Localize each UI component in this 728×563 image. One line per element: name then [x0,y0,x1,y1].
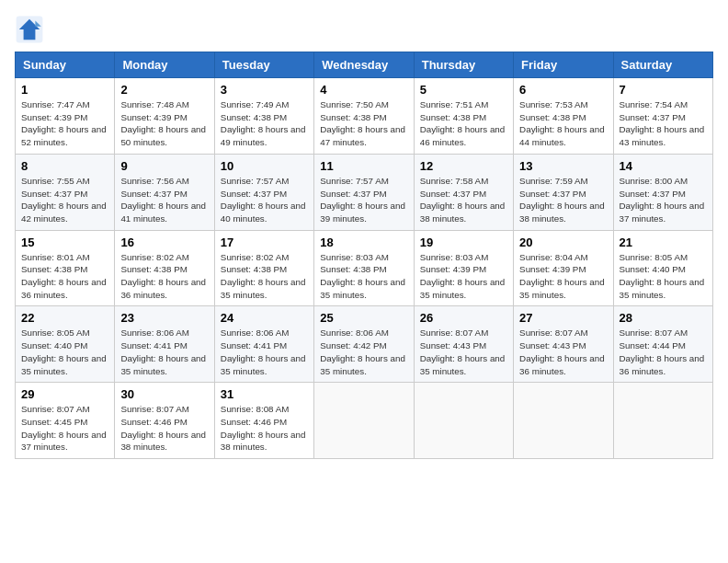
day-number: 17 [221,236,308,249]
day-cell: 16 Sunrise: 8:02 AM Sunset: 4:38 PM Dayl… [115,230,214,306]
day-cell: 24 Sunrise: 8:06 AM Sunset: 4:41 PM Dayl… [214,306,313,383]
day-info: Sunrise: 8:03 AM Sunset: 4:39 PM Dayligh… [420,251,507,302]
day-info: Sunrise: 8:07 AM Sunset: 4:43 PM Dayligh… [420,327,507,377]
day-number: 28 [620,311,707,325]
day-cell [613,383,712,459]
day-cell: 23 Sunrise: 8:06 AM Sunset: 4:41 PM Dayl… [115,306,214,383]
day-number: 8 [21,159,108,173]
day-info: Sunrise: 8:06 AM Sunset: 4:41 PM Dayligh… [221,327,308,377]
day-info: Sunrise: 7:59 AM Sunset: 4:37 PM Dayligh… [519,175,607,225]
day-info: Sunrise: 8:02 AM Sunset: 4:38 PM Dayligh… [221,251,308,302]
day-cell: 3 Sunrise: 7:49 AM Sunset: 4:38 PM Dayli… [214,78,313,155]
day-number: 15 [21,236,108,249]
day-cell: 31 Sunrise: 8:08 AM Sunset: 4:46 PM Dayl… [214,383,313,459]
day-cell: 11 Sunrise: 7:57 AM Sunset: 4:37 PM Dayl… [314,154,414,230]
day-number: 12 [420,159,507,173]
day-info: Sunrise: 8:03 AM Sunset: 4:38 PM Dayligh… [320,251,407,302]
day-cell [514,383,613,459]
header-sunday: Sunday [16,52,115,78]
day-info: Sunrise: 7:55 AM Sunset: 4:37 PM Dayligh… [21,175,108,225]
day-cell: 28 Sunrise: 8:07 AM Sunset: 4:44 PM Dayl… [613,306,712,383]
day-cell: 20 Sunrise: 8:04 AM Sunset: 4:39 PM Dayl… [514,230,613,306]
day-info: Sunrise: 8:07 AM Sunset: 4:44 PM Dayligh… [620,327,707,377]
header-friday: Friday [514,52,613,78]
day-info: Sunrise: 8:07 AM Sunset: 4:43 PM Dayligh… [519,327,607,377]
day-info: Sunrise: 7:53 AM Sunset: 4:38 PM Dayligh… [519,98,607,149]
day-info: Sunrise: 7:48 AM Sunset: 4:39 PM Dayligh… [120,98,208,149]
day-number: 29 [21,387,108,401]
day-info: Sunrise: 8:05 AM Sunset: 4:40 PM Dayligh… [21,327,108,377]
day-info: Sunrise: 8:06 AM Sunset: 4:41 PM Dayligh… [120,327,208,377]
day-cell: 25 Sunrise: 8:06 AM Sunset: 4:42 PM Dayl… [314,306,414,383]
day-number: 23 [120,311,208,325]
day-cell: 17 Sunrise: 8:02 AM Sunset: 4:38 PM Dayl… [214,230,313,306]
day-cell: 14 Sunrise: 8:00 AM Sunset: 4:37 PM Dayl… [613,154,712,230]
day-cell: 18 Sunrise: 8:03 AM Sunset: 4:38 PM Dayl… [314,230,414,306]
day-number: 19 [420,236,507,249]
day-cell: 10 Sunrise: 7:57 AM Sunset: 4:37 PM Dayl… [214,154,313,230]
day-cell: 7 Sunrise: 7:54 AM Sunset: 4:37 PM Dayli… [613,78,712,155]
day-number: 25 [320,311,407,325]
logo [15,15,48,44]
day-cell: 5 Sunrise: 7:51 AM Sunset: 4:38 PM Dayli… [414,78,513,155]
day-number: 24 [221,311,308,325]
day-cell: 8 Sunrise: 7:55 AM Sunset: 4:37 PM Dayli… [16,154,115,230]
day-number: 3 [221,83,308,97]
header-tuesday: Tuesday [214,52,313,78]
day-info: Sunrise: 8:05 AM Sunset: 4:40 PM Dayligh… [620,251,707,302]
day-info: Sunrise: 8:00 AM Sunset: 4:37 PM Dayligh… [620,175,707,225]
day-number: 30 [120,387,208,401]
day-info: Sunrise: 7:47 AM Sunset: 4:39 PM Dayligh… [21,98,108,149]
day-number: 21 [620,236,707,249]
day-cell: 22 Sunrise: 8:05 AM Sunset: 4:40 PM Dayl… [16,306,115,383]
day-number: 13 [519,159,607,173]
day-cell: 12 Sunrise: 7:58 AM Sunset: 4:37 PM Dayl… [414,154,513,230]
week-row-5: 29 Sunrise: 8:07 AM Sunset: 4:45 PM Dayl… [16,383,713,459]
day-number: 9 [120,159,208,173]
day-cell [314,383,414,459]
calendar-header-row: SundayMondayTuesdayWednesdayThursdayFrid… [16,52,713,78]
day-cell: 1 Sunrise: 7:47 AM Sunset: 4:39 PM Dayli… [16,78,115,155]
day-number: 27 [519,311,607,325]
day-info: Sunrise: 8:04 AM Sunset: 4:39 PM Dayligh… [519,251,607,302]
week-row-4: 22 Sunrise: 8:05 AM Sunset: 4:40 PM Dayl… [16,306,713,383]
week-row-3: 15 Sunrise: 8:01 AM Sunset: 4:38 PM Dayl… [16,230,713,306]
day-info: Sunrise: 8:08 AM Sunset: 4:46 PM Dayligh… [221,403,308,454]
day-number: 4 [320,83,407,97]
day-number: 5 [420,83,507,97]
day-number: 11 [320,159,407,173]
day-cell: 6 Sunrise: 7:53 AM Sunset: 4:38 PM Dayli… [514,78,613,155]
day-cell: 26 Sunrise: 8:07 AM Sunset: 4:43 PM Dayl… [414,306,513,383]
day-cell: 30 Sunrise: 8:07 AM Sunset: 4:46 PM Dayl… [115,383,214,459]
day-cell: 15 Sunrise: 8:01 AM Sunset: 4:38 PM Dayl… [16,230,115,306]
day-info: Sunrise: 8:07 AM Sunset: 4:46 PM Dayligh… [120,403,208,454]
day-number: 26 [420,311,507,325]
day-cell: 2 Sunrise: 7:48 AM Sunset: 4:39 PM Dayli… [115,78,214,155]
day-cell: 9 Sunrise: 7:56 AM Sunset: 4:37 PM Dayli… [115,154,214,230]
day-number: 20 [519,236,607,249]
day-info: Sunrise: 7:51 AM Sunset: 4:38 PM Dayligh… [420,98,507,149]
day-info: Sunrise: 7:49 AM Sunset: 4:38 PM Dayligh… [221,98,308,149]
day-number: 31 [221,387,308,401]
day-cell: 4 Sunrise: 7:50 AM Sunset: 4:38 PM Dayli… [314,78,414,155]
day-number: 1 [21,83,108,97]
day-number: 7 [620,83,707,97]
calendar-table: SundayMondayTuesdayWednesdayThursdayFrid… [15,52,713,459]
day-number: 16 [120,236,208,249]
day-number: 14 [620,159,707,173]
day-cell: 27 Sunrise: 8:07 AM Sunset: 4:43 PM Dayl… [514,306,613,383]
day-info: Sunrise: 7:56 AM Sunset: 4:37 PM Dayligh… [120,175,208,225]
day-info: Sunrise: 7:57 AM Sunset: 4:37 PM Dayligh… [221,175,308,225]
day-info: Sunrise: 8:06 AM Sunset: 4:42 PM Dayligh… [320,327,407,377]
day-info: Sunrise: 8:07 AM Sunset: 4:45 PM Dayligh… [21,403,108,454]
day-info: Sunrise: 7:54 AM Sunset: 4:37 PM Dayligh… [620,98,707,149]
header-saturday: Saturday [613,52,712,78]
logo-icon [15,15,44,44]
page-header [15,15,713,44]
day-cell: 13 Sunrise: 7:59 AM Sunset: 4:37 PM Dayl… [514,154,613,230]
day-cell [414,383,513,459]
day-number: 18 [320,236,407,249]
day-number: 2 [120,83,208,97]
day-number: 22 [21,311,108,325]
day-info: Sunrise: 8:02 AM Sunset: 4:38 PM Dayligh… [120,251,208,302]
